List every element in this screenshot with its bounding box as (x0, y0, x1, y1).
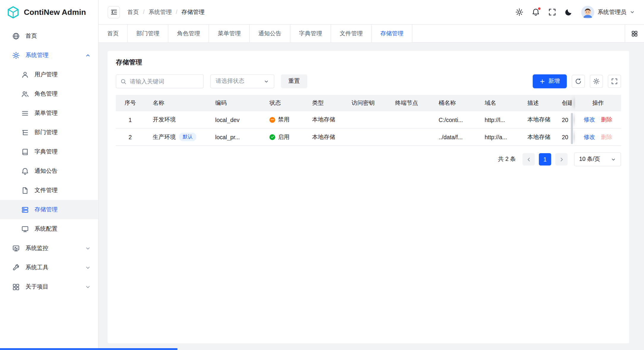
column-settings-button[interactable] (590, 75, 603, 88)
sidebar-item-system-monitor[interactable]: 系统监控 (0, 239, 98, 258)
sidebar-item-storage-management[interactable]: 存储管理 (0, 200, 98, 219)
edit-link[interactable]: 修改 (584, 133, 595, 141)
dark-mode-moon-icon[interactable] (565, 8, 572, 16)
reset-button[interactable]: 重置 (281, 74, 307, 88)
sidebar-item-notice-management[interactable]: 通知公告 (0, 161, 98, 181)
delete-link-disabled[interactable]: 删除 (601, 133, 613, 141)
storage-card: 存储管理 请选择状态 重置 (107, 51, 629, 343)
table-scrollbar-thumb[interactable] (571, 113, 573, 144)
tab-role[interactable]: 角色管理 (168, 25, 209, 42)
sidebar-item-menu-management[interactable]: 菜单管理 (0, 104, 98, 123)
cell-bucket: ../data/f... (431, 134, 477, 140)
sidebar-item-user-management[interactable]: 用户管理 (0, 65, 98, 84)
monitor-icon (21, 225, 29, 233)
col-header-access-key: 访问密钥 (343, 99, 387, 107)
edit-link[interactable]: 修改 (584, 116, 595, 123)
sidebar-item-file-management[interactable]: 文件管理 (0, 181, 98, 200)
breadcrumb: 首页 系统管理 存储管理 (127, 8, 205, 16)
pagination-total: 共 2 条 (498, 156, 516, 163)
cell-name: 生产环境 默认 (145, 133, 207, 141)
app-window: ContiNew Admin 首页 系统管理 (0, 0, 644, 350)
notification-dot (538, 7, 541, 10)
notification-bell-icon[interactable] (532, 8, 539, 16)
sidebar-item-system-management[interactable]: 系统管理 (0, 46, 98, 65)
progress-bar (0, 348, 178, 350)
settings-icon[interactable] (515, 8, 523, 16)
sidebar-item-label: 文件管理 (34, 187, 91, 194)
avatar (581, 6, 594, 19)
chevron-down-icon (264, 79, 269, 84)
sidebar-item-system-tools[interactable]: 系统工具 (0, 258, 98, 277)
tab-menu[interactable]: 菜单管理 (209, 25, 250, 42)
cell-code: local_pr... (207, 134, 261, 140)
delete-link[interactable]: 删除 (601, 116, 613, 123)
sidebar-item-about-project[interactable]: 关于项目 (0, 277, 98, 297)
tab-dept[interactable]: 部门管理 (128, 25, 168, 42)
sidebar-collapse-button[interactable] (107, 6, 120, 18)
storage-name: 开发环境 (153, 116, 176, 123)
col-header-created: 创建时间 (562, 99, 572, 107)
breadcrumb-item[interactable]: 首页 (127, 8, 139, 16)
chevron-up-icon (85, 52, 91, 58)
sidebar-item-label: 通知公告 (34, 167, 91, 175)
status-select[interactable]: 请选择状态 (210, 74, 274, 88)
col-header-code: 编码 (207, 99, 261, 107)
keyword-search-input[interactable] (130, 78, 199, 85)
sidebar-item-system-config[interactable]: 系统配置 (0, 219, 98, 239)
tab-file[interactable]: 文件管理 (331, 25, 372, 42)
monitor-chart-icon (12, 245, 20, 252)
breadcrumb-item[interactable]: 系统管理 (139, 8, 172, 16)
sidebar-item-role-management[interactable]: 角色管理 (0, 84, 98, 104)
user-menu[interactable]: 系统管理员 (581, 6, 635, 19)
cell-type: 本地存储 (304, 116, 344, 123)
col-header-name: 名称 (145, 99, 207, 107)
keyword-search-field[interactable] (116, 74, 204, 88)
cell-domain: http://a... (477, 134, 519, 140)
table-header-row: 序号 名称 编码 状态 类型 访问密钥 终端节点 桶名称 域名 描述 创建时间 … (116, 95, 621, 111)
sidebar-item-dept-management[interactable]: 部门管理 (0, 123, 98, 142)
top-bar: 首页 系统管理 存储管理 (99, 0, 644, 25)
storage-icon (21, 206, 29, 213)
tab-notice[interactable]: 通知公告 (250, 25, 290, 42)
chevron-down-icon (85, 284, 91, 290)
cell-actions: 修改 删除 (575, 129, 621, 145)
sidebar-item-label: 系统工具 (26, 264, 79, 271)
bell-icon (21, 167, 29, 175)
table-row: 1 开发环境 local_dev 禁用 本地存储 C:/conti... (116, 111, 621, 129)
sidebar-submenu-system: 用户管理 角色管理 菜单管理 (0, 65, 98, 239)
tab-dict[interactable]: 字典管理 (290, 25, 331, 42)
tab-storage[interactable]: 存储管理 (372, 25, 412, 42)
cell-desc: 本地存储 (519, 133, 562, 141)
page-size-select[interactable]: 10 条/页 (574, 152, 621, 166)
list-icon (21, 110, 29, 117)
cell-index: 1 (116, 116, 145, 123)
next-page-button[interactable] (555, 153, 567, 165)
cell-index: 2 (116, 134, 145, 140)
prev-page-button[interactable] (523, 153, 535, 165)
fullscreen-icon[interactable] (548, 8, 556, 16)
cell-domain: http://l... (477, 116, 519, 123)
table-fullscreen-button[interactable] (608, 75, 621, 88)
content-area: 存储管理 请选择状态 重置 (99, 43, 644, 350)
brand-cube-icon (7, 6, 20, 19)
storage-name: 生产环境 (153, 133, 176, 141)
brand-logo[interactable]: ContiNew Admin (0, 0, 98, 25)
tab-home[interactable]: 首页 (99, 25, 128, 42)
add-button[interactable]: 新增 (533, 74, 567, 88)
sidebar-item-label: 角色管理 (34, 90, 91, 98)
cell-actions: 修改 删除 (575, 111, 621, 128)
cell-type: 本地存储 (304, 133, 344, 141)
sidebar-item-label: 用户管理 (34, 71, 91, 78)
sidebar-item-home[interactable]: 首页 (0, 26, 98, 46)
gear-icon (12, 52, 20, 59)
refresh-button[interactable] (572, 75, 585, 88)
sidebar-item-dict-management[interactable]: 字典管理 (0, 142, 98, 161)
tree-icon (21, 129, 29, 136)
col-header-desc: 描述 (519, 99, 562, 107)
tab-bar: 首页 部门管理 角色管理 菜单管理 通知公告 字典管理 文件管理 存储管理 (99, 25, 644, 43)
apps-grid-icon (12, 283, 20, 291)
page-number-1[interactable]: 1 (539, 153, 551, 165)
globe-icon (12, 32, 20, 40)
cell-code: local_dev (207, 116, 261, 123)
tab-options-button[interactable] (625, 25, 644, 42)
